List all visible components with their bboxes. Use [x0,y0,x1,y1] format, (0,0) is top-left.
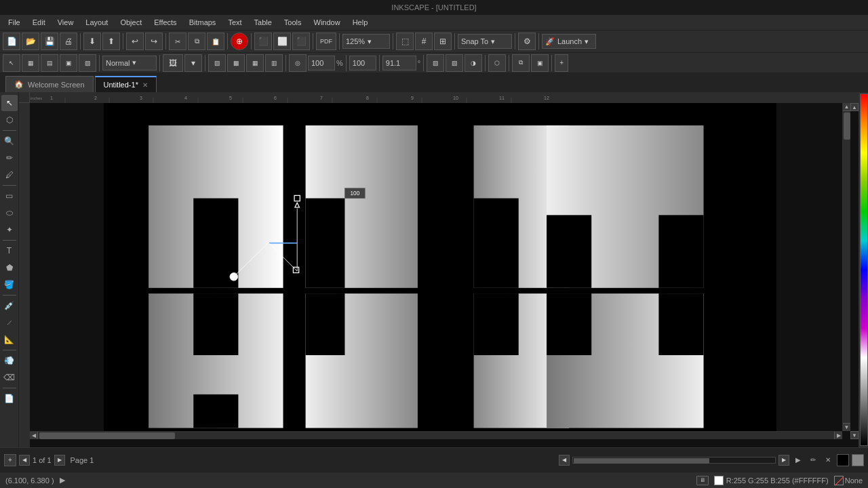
menu-window[interactable]: Window [309,17,346,28]
color-indicator[interactable]: R:255 G:255 B:255 (#FFFFFF) [714,476,829,485]
import-button[interactable]: ⬇ [83,33,101,50]
target-icon[interactable]: ⊕ [231,33,248,50]
texture-btn-3[interactable]: ▦ [246,54,264,72]
extra-btn[interactable]: + [555,54,568,72]
menu-tools[interactable]: Tools [279,17,307,28]
tool-star[interactable]: ✦ [1,222,18,238]
grid-view-2[interactable]: ▤ [41,54,58,72]
view-grid-icon[interactable]: # [415,33,433,50]
tab-close-icon[interactable]: ✕ [142,81,148,89]
transform-btn[interactable]: ⬡ [488,54,506,72]
selection-arrow-icon[interactable]: ↖ [3,54,20,72]
paste-button[interactable]: 📋 [207,33,224,50]
hscroll-thumb[interactable] [39,432,175,439]
image-preview[interactable]: 🖼 [163,54,183,72]
hscroll-left-btn[interactable]: ◀ [30,432,38,440]
menu-help[interactable]: Help [347,17,374,28]
tool-connector[interactable]: ⟋ [1,314,18,331]
tool-text[interactable]: T [1,243,18,259]
view-fit-icon[interactable]: ⬚ [396,33,414,50]
vscroll-bottom-arrow[interactable]: ▼ [850,431,859,439]
open-button[interactable]: 📂 [22,33,39,50]
menu-table[interactable]: Table [249,17,277,28]
tab-untitled[interactable]: Untitled-1* ✕ [95,76,157,92]
menu-view[interactable]: View [52,17,79,28]
tool-spray[interactable]: 💨 [1,352,18,369]
scroll-track[interactable] [572,457,776,464]
menu-bitmaps[interactable]: Bitmaps [184,17,222,28]
play-btn[interactable]: ▶ [792,454,804,466]
grid-view-1[interactable]: ▦ [22,54,39,72]
menu-edit[interactable]: Edit [27,17,51,28]
pdf-button[interactable]: PDF [316,33,336,50]
align-left[interactable]: ⬛ [254,33,272,50]
menu-effects[interactable]: Effects [149,17,182,28]
menu-object[interactable]: Object [115,17,147,28]
angle-input[interactable] [382,56,416,70]
menu-text[interactable]: Text [222,17,247,28]
vscroll-top-arrow[interactable]: ▲ [850,103,859,111]
menu-file[interactable]: File [3,17,26,28]
undo-button[interactable]: ↩ [126,33,144,50]
tool-zoom[interactable]: 🔍 [1,133,18,149]
texture-btn-1[interactable]: ▨ [208,54,226,72]
fill-indicator[interactable]: None [834,476,863,485]
tool-ellipse[interactable]: ⬭ [1,205,18,221]
snap-to-dropdown[interactable]: Snap To ▾ [458,34,512,49]
opacity-input-1[interactable] [308,56,335,70]
page-prev-btn[interactable]: ◀ [19,455,30,466]
tool-measure[interactable]: 📐 [1,331,18,348]
grid-view-3[interactable]: ▣ [60,54,77,72]
preview-chevron-icon[interactable]: ▾ [184,54,202,72]
edit-small-btn[interactable]: ✏ [807,454,819,466]
scroll-left-btn[interactable]: ◀ [559,455,570,466]
tool-pencil[interactable]: ✏ [1,150,18,166]
x-btn[interactable]: ✕ [822,454,834,466]
page-next-btn[interactable]: ▶ [54,455,65,466]
tool-gradient[interactable]: ⬟ [1,260,18,276]
light-square-btn[interactable] [852,454,864,466]
tab-welcome[interactable]: 🏠 Welcome Screen [5,76,94,92]
vscroll-down-btn[interactable]: ▼ [843,423,851,431]
redo-button[interactable]: ↪ [145,33,163,50]
tool-node[interactable]: ⬡ [1,112,18,128]
align-center[interactable]: ⬜ [273,33,291,50]
view-mode-dropdown[interactable]: Normal ▾ [102,56,157,70]
vscroll-thumb[interactable] [844,113,850,140]
save-button[interactable]: 💾 [41,33,58,50]
tool-arrow[interactable]: ↖ [1,95,18,111]
scroll-thumb[interactable] [574,458,709,464]
zoom-dropdown[interactable]: 125% ▾ [342,34,390,49]
grid-view-4[interactable]: ▧ [79,54,96,72]
tool-eyedropper[interactable]: 💉 [1,298,18,314]
group-btn[interactable]: ▣ [531,54,549,72]
vscroll-up-btn[interactable]: ▲ [843,103,851,111]
copy-button[interactable]: ⧉ [188,33,205,50]
canvas-content[interactable]: 100 ▲ ▼ ◀ ▶ [30,103,850,439]
cut-button[interactable]: ✂ [169,33,186,50]
launch-dropdown[interactable]: 🚀 Launch ▾ [542,34,596,49]
new-button[interactable]: 📄 [3,33,20,50]
add-page-btn[interactable]: + [4,454,16,466]
tool-eraser[interactable]: ⌫ [1,369,18,386]
tool-page[interactable]: 📄 [1,390,18,407]
horizontal-scrollbar[interactable]: ◀ ▶ [30,431,842,439]
dark-square-btn[interactable] [837,454,849,466]
vertical-scrollbar[interactable]: ▲ ▼ [842,103,850,431]
texture-btn-2[interactable]: ▩ [227,54,245,72]
color-palette-strip[interactable] [860,94,868,446]
blend-btn-3[interactable]: ◑ [465,54,482,72]
scroll-right-btn[interactable]: ▶ [778,455,789,466]
texture-btn-4[interactable]: ▥ [265,54,283,72]
hscroll-right-btn[interactable]: ▶ [834,432,842,440]
opacity-input-2[interactable] [349,56,376,70]
blend-btn-1[interactable]: ▨ [427,54,444,72]
export-button[interactable]: ⬆ [102,33,120,50]
canvas-area[interactable]: 1 2 3 4 5 6 7 8 9 10 11 [19,92,859,447]
tool-paint-bucket[interactable]: 🪣 [1,277,18,293]
opacity-icon[interactable]: ◎ [289,54,307,72]
blend-btn-2[interactable]: ▧ [446,54,463,72]
align-right[interactable]: ⬛ [292,33,310,50]
tool-pen[interactable]: 🖊 [1,167,18,183]
duplicate-btn[interactable]: ⧉ [512,54,530,72]
